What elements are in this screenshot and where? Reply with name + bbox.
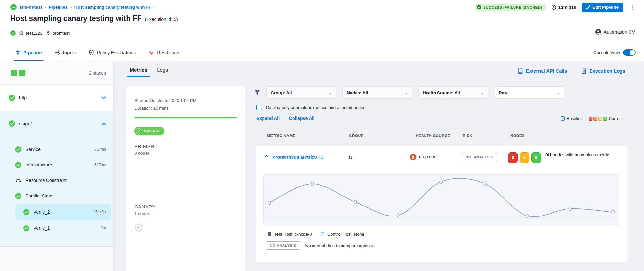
data-mode-dropdown[interactable]: Raw⌄ (495, 86, 564, 99)
step-resource-constraint[interactable]: Resource Constraint (0, 173, 113, 188)
metric-name-link[interactable]: Prometheus Metric0 (272, 155, 323, 160)
chevron-up-icon[interactable] (101, 122, 106, 125)
analysis-message: No control data to compare against. (305, 243, 374, 248)
filter-row: Group: All⌄ Nodes: All⌄ Health Source: A… (255, 86, 564, 99)
risk-green-swatch-icon (603, 117, 607, 121)
tab-resilience[interactable]: Resilience (149, 44, 179, 61)
check-circle-icon (477, 5, 481, 9)
execution-id: (Execution Id: 5) (145, 17, 178, 22)
health-source-filter-dropdown[interactable]: Health Source: All⌄ (418, 86, 488, 99)
anomalous-only-checkbox-row[interactable]: Display only anomalous metrics and affec… (256, 105, 365, 110)
chevron-down-icon: ⌄ (481, 90, 484, 95)
environment-tag: promtest (45, 31, 70, 35)
checkbox[interactable] (256, 105, 262, 110)
no-analysis-badge: NO_ANALYSIS (462, 153, 497, 161)
stage1-section: stage1 Service 857ms Infrastructure (0, 111, 113, 247)
green-node-count: 0 (531, 152, 541, 163)
metric-group: f1 (349, 155, 352, 160)
tab-logs[interactable]: Logs (157, 67, 168, 77)
metric-card: Prometheus Metric0 f1 hs-prom NO_ANALYSI… (256, 146, 627, 262)
external-api-calls-link[interactable]: API External API Calls (517, 68, 567, 74)
nodes-filter-dropdown[interactable]: Nodes: All⌄ (342, 86, 412, 99)
gear-icon: ⚙ (19, 30, 24, 36)
chevron-down-icon: ⌄ (557, 90, 560, 95)
collapse-chevron-icon[interactable] (264, 155, 269, 157)
step-duration: 13m 3s (93, 210, 106, 214)
execution-logs-link[interactable]: Execution Logs (581, 68, 625, 74)
status-badge: SUCCESS (FAILURE IGNORED) (475, 4, 546, 11)
harness-logo-icon: ∞ (10, 4, 17, 10)
divider (255, 127, 623, 127)
sidebar-stage-stage1[interactable]: stage1 (0, 111, 113, 136)
stage-square-icon (19, 70, 25, 76)
pipeline-execution-page: ∞ srm-hf-test › Pipelines › Host samplin… (0, 0, 644, 271)
step-service[interactable]: Service 857ms (0, 142, 113, 157)
yellow-node-count: 0 (520, 152, 529, 163)
inputs-icon (55, 50, 60, 55)
step-duration: 9m (101, 226, 106, 230)
edit-pipeline-button[interactable]: Edit Pipeline (582, 3, 623, 12)
canary-node-hexagon[interactable] (134, 223, 237, 234)
metric-timeseries-chart (263, 174, 619, 226)
header-actions: SUCCESS (FAILURE IGNORED) 13m 11s Edit P… (475, 3, 637, 12)
no-analysis-badge: NO ANALYSIS (266, 241, 300, 250)
collapse-all-link[interactable]: Collapse All (289, 116, 315, 121)
console-view-toggle[interactable] (623, 49, 636, 56)
chart-legend: Baseline Current (561, 116, 623, 121)
expand-collapse-row: Expand All Collapse All (256, 115, 314, 121)
metrics-table-header: METRIC NAME GROUP HEALTH SOURCE RISK NOD… (255, 132, 625, 141)
service-tag: ⚙ test1123 (19, 30, 42, 36)
current-swatches (589, 117, 607, 121)
risk-red-swatch-icon (589, 117, 592, 121)
primary-label: PRIMARY (134, 144, 237, 149)
canary-group: CANARY 1 nodes (134, 204, 237, 234)
success-check-icon (15, 193, 21, 199)
breadcrumb-pipeline-name[interactable]: Host sampling canary testing with FF (74, 5, 151, 10)
shield-check-icon (89, 50, 94, 55)
tab-metrics[interactable]: Metrics (130, 67, 147, 77)
expand-all-link[interactable]: Expand All (256, 116, 280, 121)
tags-row: ∞ ⚙ test1123 promtest (10, 29, 70, 37)
success-check-icon (23, 225, 29, 231)
tab-policy-evaluations[interactable]: Policy Evaluations (89, 44, 136, 61)
sidebar-stage-http[interactable]: http (0, 85, 113, 111)
external-link-icon[interactable] (319, 155, 323, 159)
user-menu[interactable]: Automation CV (595, 29, 635, 35)
risk-yellow-swatch-icon (598, 117, 602, 121)
primary-group: PRIMARY 0 nodes (134, 144, 237, 156)
verification-panel-tabs: Metrics Logs (130, 67, 168, 77)
chevron-down-icon: ⌄ (405, 90, 408, 95)
stage-count-header: 2 stages (0, 61, 113, 85)
service-status-icon: ∞ (10, 30, 16, 36)
control-host-legend: Control Host: None (321, 232, 364, 236)
baseline-swatch-icon (561, 116, 565, 121)
api-document-icon: API (517, 68, 523, 74)
filter-funnel-icon[interactable] (255, 90, 260, 95)
breadcrumb: ∞ srm-hf-test › Pipelines › Host samplin… (10, 3, 155, 11)
success-check-icon (9, 95, 15, 101)
breadcrumb-pipelines[interactable]: Pipelines (49, 5, 68, 10)
canary-label: CANARY (134, 204, 237, 210)
tab-inputs[interactable]: Inputs (55, 44, 76, 61)
started-on: Started On: Jul 5, 2023 1:06 PM (134, 97, 237, 105)
check-circle-icon (136, 128, 141, 134)
prometheus-icon (410, 154, 417, 160)
step-duration: 857ms (94, 147, 106, 152)
canary-node-count: 1 nodes (134, 211, 237, 216)
step-verify-2-selected[interactable]: Verify_2 13m 3s (15, 204, 111, 220)
group-filter-dropdown[interactable]: Group: All⌄ (266, 86, 336, 99)
line-chart (264, 175, 619, 226)
risk-cell: NO_ANALYSIS (462, 153, 497, 161)
breadcrumb-project[interactable]: srm-hf-test (19, 5, 42, 10)
tab-pipeline[interactable]: Pipeline (15, 44, 42, 61)
title-row: Host sampling canary testing with FF (Ex… (10, 14, 178, 23)
progress-bar (134, 117, 237, 118)
chevron-down-icon[interactable] (101, 96, 106, 99)
resource-constraint-icon (15, 177, 21, 184)
step-parallel-steps[interactable]: Parallel Steps (0, 188, 113, 204)
sidebar-footer (0, 247, 113, 271)
host-legend-row: Test Host: c-node-0 Control Host: None (268, 232, 364, 236)
more-options-icon[interactable]: ⋮ (628, 4, 637, 10)
step-verify-1[interactable]: Verify_1 9m (0, 220, 113, 236)
step-infrastructure[interactable]: Infrastructure 617ms (0, 157, 113, 173)
